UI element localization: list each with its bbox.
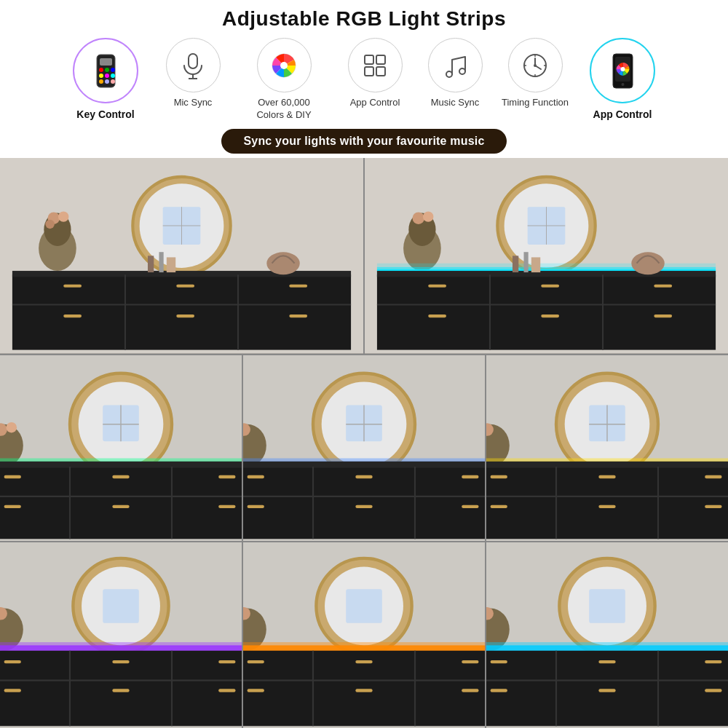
- svg-rect-87: [531, 257, 540, 272]
- feature-music-sync: Music Sync: [415, 38, 495, 109]
- svg-rect-17: [376, 55, 385, 64]
- svg-point-45: [45, 220, 54, 229]
- image-top-right: [365, 158, 728, 354]
- music-icon: [439, 50, 471, 82]
- svg-rect-82: [428, 314, 446, 317]
- svg-rect-151: [598, 505, 615, 507]
- dresser-yellow: [486, 355, 728, 541]
- sync-banner: Sync your lights with your favourite mus…: [221, 129, 506, 154]
- svg-rect-206: [705, 689, 721, 692]
- svg-rect-131: [462, 505, 478, 507]
- svg-point-9: [105, 79, 109, 84]
- svg-rect-174: [346, 589, 382, 623]
- svg-rect-108: [4, 505, 21, 507]
- app-control-label: App Control: [350, 97, 400, 109]
- image-bot-3: [486, 542, 728, 728]
- svg-rect-59: [167, 257, 175, 272]
- key-control-label: Key Control: [76, 108, 134, 121]
- svg-rect-165: [4, 660, 21, 663]
- svg-point-7: [111, 74, 115, 78]
- mic-sync-label: Mic Sync: [174, 97, 213, 109]
- svg-rect-196: [486, 642, 728, 646]
- svg-rect-16: [365, 55, 373, 64]
- key-control-icon-circle: [73, 38, 138, 103]
- svg-point-21: [459, 68, 465, 74]
- image-row-1: [0, 158, 728, 354]
- svg-rect-52: [176, 284, 194, 287]
- svg-rect-188: [462, 689, 478, 692]
- svg-rect-187: [355, 689, 372, 692]
- app-control-right-icon-circle: [590, 38, 655, 103]
- mic-sync-icon-circle: [166, 38, 221, 92]
- grid-icon: [359, 50, 391, 82]
- dresser-green: [0, 355, 242, 541]
- svg-rect-202: [598, 660, 615, 663]
- image-top-left: [0, 158, 363, 354]
- header-section: Adjustable RGB Light Strips: [0, 0, 728, 158]
- svg-point-2: [99, 68, 103, 72]
- feature-mic-sync: Mic Sync: [153, 38, 233, 109]
- svg-point-97: [6, 422, 17, 432]
- app-control-right-label: App Control: [593, 108, 652, 121]
- svg-rect-101: [0, 461, 242, 467]
- svg-rect-51: [63, 284, 82, 287]
- svg-rect-80: [541, 284, 559, 287]
- svg-rect-54: [63, 314, 82, 317]
- svg-rect-184: [355, 660, 372, 663]
- page-title: Adjustable RGB Light Strips: [222, 7, 506, 31]
- svg-rect-83: [541, 314, 559, 317]
- image-mid-2: [243, 355, 485, 541]
- svg-rect-79: [428, 284, 446, 287]
- svg-point-15: [280, 62, 288, 69]
- svg-rect-85: [513, 256, 518, 272]
- dresser-cyan-bot: [486, 542, 728, 728]
- remote-icon: [86, 51, 126, 91]
- feature-app-control: App Control: [335, 38, 415, 109]
- svg-point-4: [111, 68, 115, 72]
- svg-rect-81: [654, 284, 672, 287]
- dresser-blue: [243, 355, 485, 541]
- dresser-purple: [0, 542, 242, 728]
- svg-rect-160: [0, 642, 242, 646]
- svg-rect-149: [705, 475, 721, 478]
- svg-rect-129: [248, 505, 264, 507]
- dresser-svg-top-left: [0, 158, 363, 354]
- svg-rect-19: [376, 67, 385, 76]
- svg-rect-185: [462, 660, 478, 663]
- svg-rect-122: [243, 461, 485, 467]
- svg-rect-73: [377, 264, 716, 269]
- svg-rect-11: [189, 54, 197, 68]
- music-sync-label: Music Sync: [431, 97, 479, 109]
- svg-rect-109: [112, 505, 129, 507]
- music-sync-icon-circle: [428, 38, 483, 92]
- svg-rect-186: [248, 689, 264, 692]
- svg-rect-105: [4, 475, 21, 478]
- image-bot-2: [243, 542, 485, 728]
- svg-rect-106: [112, 475, 129, 478]
- svg-point-6: [105, 74, 109, 78]
- svg-rect-84: [654, 314, 672, 317]
- svg-point-3: [105, 68, 109, 72]
- svg-rect-86: [523, 252, 528, 272]
- svg-rect-150: [491, 505, 507, 507]
- svg-rect-126: [248, 475, 264, 478]
- svg-point-34: [621, 83, 624, 86]
- svg-rect-128: [462, 475, 478, 478]
- feature-key-control: Key Control: [58, 38, 153, 121]
- svg-rect-147: [491, 475, 507, 478]
- svg-point-33: [620, 67, 625, 71]
- svg-rect-170: [218, 689, 235, 692]
- svg-rect-205: [598, 689, 615, 692]
- svg-rect-201: [491, 660, 507, 663]
- svg-point-70: [423, 211, 433, 221]
- image-mid-1: [0, 355, 242, 541]
- color-wheel-icon: [268, 50, 300, 82]
- svg-point-20: [446, 71, 452, 77]
- svg-point-44: [58, 211, 68, 221]
- svg-rect-169: [112, 689, 129, 692]
- svg-rect-110: [218, 505, 235, 507]
- svg-rect-57: [148, 256, 154, 272]
- svg-rect-167: [218, 660, 235, 663]
- page: Adjustable RGB Light Strips: [0, 0, 728, 728]
- timing-function-label: Timing Function: [502, 97, 569, 109]
